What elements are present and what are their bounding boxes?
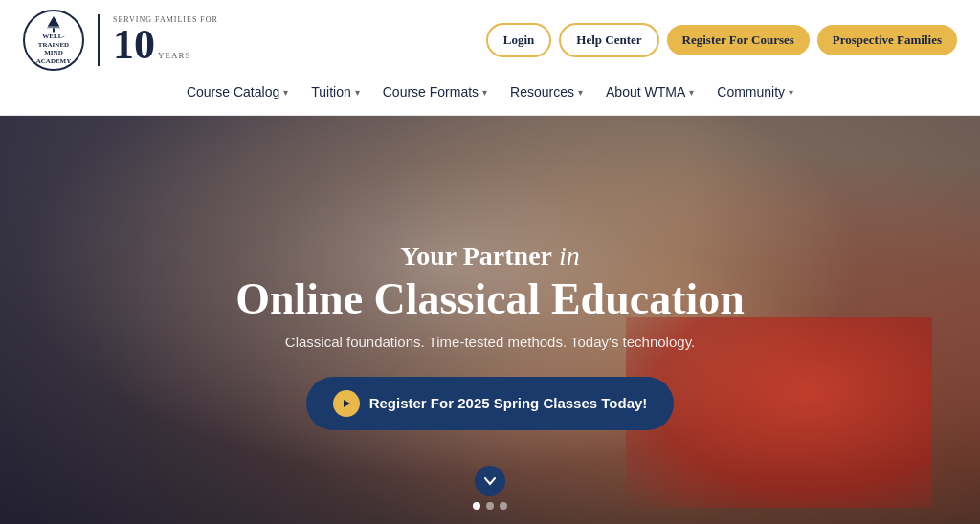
- logo-circle: WELL- TRAINED MIND ACADEMY: [23, 10, 84, 71]
- cta-register-button[interactable]: Register For 2025 Spring Classes Today!: [306, 377, 675, 430]
- login-button[interactable]: Login: [486, 23, 552, 57]
- nav-item-about-wtma[interactable]: About WTMA ▾: [594, 78, 705, 105]
- header-buttons: Login Help Center Register For Courses P…: [486, 23, 957, 57]
- chevron-down-icon: [483, 474, 497, 488]
- nav-item-tuition[interactable]: Tuition ▾: [300, 78, 371, 105]
- help-center-button[interactable]: Help Center: [559, 23, 658, 57]
- logo-years: SERVING FAMILIES FOR 10 YEARS: [113, 15, 218, 66]
- tree-icon: [38, 15, 69, 33]
- chevron-down-icon: ▾: [689, 87, 694, 98]
- nav-item-course-catalog[interactable]: Course Catalog ▾: [175, 78, 300, 105]
- scroll-down-button[interactable]: [475, 466, 505, 496]
- logo-text: WELL- TRAINED MIND ACADEMY: [36, 33, 72, 65]
- nav-item-community[interactable]: Community ▾: [705, 78, 805, 105]
- hero-subtitle: Classical foundations. Time-tested metho…: [203, 334, 777, 350]
- nav-menu: Course Catalog ▾ Tuition ▾ Course Format…: [175, 78, 805, 105]
- scroll-down-indicator: [473, 466, 507, 510]
- chevron-down-icon: ▾: [482, 87, 487, 98]
- hero-tagline: Your Partner in: [203, 241, 777, 272]
- chevron-down-icon: ▾: [355, 87, 360, 98]
- chevron-down-icon: ▾: [789, 87, 793, 98]
- cta-icon: [333, 390, 360, 417]
- arrow-right-icon: [340, 397, 353, 410]
- nav-item-resources[interactable]: Resources ▾: [499, 78, 594, 105]
- nav-item-course-formats[interactable]: Course Formats ▾: [371, 78, 499, 105]
- prospective-families-button[interactable]: Prospective Families: [817, 25, 957, 55]
- logo-divider: [98, 14, 100, 66]
- hero-section: Your Partner in Online Classical Educati…: [0, 116, 980, 524]
- logo: WELL- TRAINED MIND ACADEMY SERVING FAMIL…: [23, 10, 218, 71]
- register-courses-button[interactable]: Register For Courses: [667, 25, 810, 55]
- header-top: WELL- TRAINED MIND ACADEMY SERVING FAMIL…: [0, 0, 980, 75]
- svg-rect-0: [53, 28, 55, 32]
- chevron-down-icon: ▾: [578, 87, 583, 98]
- hero-content: Your Partner in Online Classical Educati…: [203, 241, 777, 430]
- navigation: Course Catalog ▾ Tuition ▾ Course Format…: [0, 75, 980, 116]
- carousel-dot-3[interactable]: [500, 502, 507, 510]
- carousel-dot-1[interactable]: [473, 502, 480, 510]
- hero-title: Online Classical Education: [203, 275, 777, 324]
- chevron-down-icon: ▾: [283, 87, 288, 98]
- svg-marker-2: [47, 19, 60, 28]
- carousel-dot-2[interactable]: [486, 502, 494, 510]
- carousel-dots: [473, 502, 507, 510]
